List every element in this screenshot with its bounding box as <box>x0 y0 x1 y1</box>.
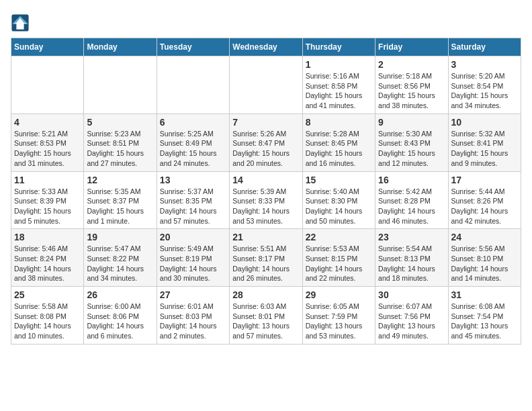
day-info: Sunrise: 5:56 AM Sunset: 8:10 PM Dayligh… <box>451 244 518 283</box>
calendar-cell: 6Sunrise: 5:25 AM Sunset: 8:49 PM Daylig… <box>157 113 229 171</box>
day-number: 1 <box>306 59 372 70</box>
calendar-cell: 13Sunrise: 5:37 AM Sunset: 8:35 PM Dayli… <box>157 171 229 229</box>
day-number: 26 <box>87 289 153 300</box>
calendar-cell: 14Sunrise: 5:39 AM Sunset: 8:33 PM Dayli… <box>230 171 302 229</box>
calendar-header: SundayMondayTuesdayWednesdayThursdayFrid… <box>11 38 521 56</box>
day-number: 30 <box>378 289 445 300</box>
day-info: Sunrise: 5:35 AM Sunset: 8:37 PM Dayligh… <box>87 187 153 226</box>
day-number: 29 <box>306 289 372 300</box>
weekday-header-saturday: Saturday <box>448 38 521 56</box>
calendar-cell: 15Sunrise: 5:40 AM Sunset: 8:30 PM Dayli… <box>302 171 375 229</box>
day-number: 10 <box>451 117 518 128</box>
calendar-cell: 4Sunrise: 5:21 AM Sunset: 8:53 PM Daylig… <box>11 113 84 171</box>
calendar-week-1: 1Sunrise: 5:16 AM Sunset: 8:58 PM Daylig… <box>11 56 521 114</box>
day-number: 22 <box>306 232 372 242</box>
calendar-cell <box>84 56 157 114</box>
day-info: Sunrise: 5:40 AM Sunset: 8:30 PM Dayligh… <box>306 187 372 226</box>
day-info: Sunrise: 5:47 AM Sunset: 8:22 PM Dayligh… <box>87 244 153 283</box>
day-info: Sunrise: 6:05 AM Sunset: 7:59 PM Dayligh… <box>306 302 372 341</box>
day-info: Sunrise: 5:25 AM Sunset: 8:49 PM Dayligh… <box>160 129 226 169</box>
logo-icon <box>11 13 30 32</box>
day-number: 9 <box>378 117 445 128</box>
calendar-week-4: 18Sunrise: 5:46 AM Sunset: 8:24 PM Dayli… <box>11 229 521 287</box>
day-info: Sunrise: 5:46 AM Sunset: 8:24 PM Dayligh… <box>14 244 81 283</box>
day-info: Sunrise: 5:53 AM Sunset: 8:15 PM Dayligh… <box>306 244 372 283</box>
weekday-header-sunday: Sunday <box>11 38 84 56</box>
weekday-header-thursday: Thursday <box>302 38 375 56</box>
day-info: Sunrise: 5:26 AM Sunset: 8:47 PM Dayligh… <box>232 129 299 169</box>
day-number: 23 <box>378 232 445 242</box>
day-info: Sunrise: 5:33 AM Sunset: 8:39 PM Dayligh… <box>14 187 81 226</box>
calendar-body: 1Sunrise: 5:16 AM Sunset: 8:58 PM Daylig… <box>11 56 521 345</box>
day-number: 14 <box>232 175 299 185</box>
calendar-cell: 17Sunrise: 5:44 AM Sunset: 8:26 PM Dayli… <box>448 171 521 229</box>
day-number: 25 <box>14 289 81 300</box>
calendar-cell: 7Sunrise: 5:26 AM Sunset: 8:47 PM Daylig… <box>230 113 302 171</box>
day-number: 21 <box>232 232 299 242</box>
weekday-header-monday: Monday <box>84 38 157 56</box>
calendar-cell <box>11 56 84 114</box>
day-info: Sunrise: 5:23 AM Sunset: 8:51 PM Dayligh… <box>87 129 153 169</box>
calendar-cell <box>157 56 229 114</box>
day-number: 5 <box>87 117 153 128</box>
calendar-cell: 31Sunrise: 6:08 AM Sunset: 7:54 PM Dayli… <box>448 287 521 345</box>
day-info: Sunrise: 5:18 AM Sunset: 8:56 PM Dayligh… <box>378 71 445 111</box>
calendar-cell: 21Sunrise: 5:51 AM Sunset: 8:17 PM Dayli… <box>230 229 302 287</box>
day-number: 31 <box>451 289 518 300</box>
day-info: Sunrise: 5:32 AM Sunset: 8:41 PM Dayligh… <box>451 129 518 169</box>
day-number: 2 <box>378 59 445 70</box>
calendar-cell: 24Sunrise: 5:56 AM Sunset: 8:10 PM Dayli… <box>448 229 521 287</box>
day-info: Sunrise: 5:28 AM Sunset: 8:45 PM Dayligh… <box>306 129 372 169</box>
weekday-header-wednesday: Wednesday <box>230 38 302 56</box>
header <box>11 11 521 32</box>
day-number: 6 <box>160 117 226 128</box>
day-info: Sunrise: 5:51 AM Sunset: 8:17 PM Dayligh… <box>232 244 299 283</box>
calendar-cell: 29Sunrise: 6:05 AM Sunset: 7:59 PM Dayli… <box>302 287 375 345</box>
day-number: 18 <box>14 232 81 242</box>
calendar-cell: 23Sunrise: 5:54 AM Sunset: 8:13 PM Dayli… <box>375 229 448 287</box>
day-number: 12 <box>87 175 153 185</box>
day-info: Sunrise: 5:49 AM Sunset: 8:19 PM Dayligh… <box>160 244 226 283</box>
calendar-cell: 20Sunrise: 5:49 AM Sunset: 8:19 PM Dayli… <box>157 229 229 287</box>
day-number: 8 <box>306 117 372 128</box>
day-info: Sunrise: 5:37 AM Sunset: 8:35 PM Dayligh… <box>160 187 226 226</box>
weekday-header-tuesday: Tuesday <box>157 38 229 56</box>
calendar-cell: 28Sunrise: 6:03 AM Sunset: 8:01 PM Dayli… <box>230 287 302 345</box>
day-info: Sunrise: 5:39 AM Sunset: 8:33 PM Dayligh… <box>232 187 299 226</box>
day-number: 4 <box>14 117 81 128</box>
calendar-cell: 1Sunrise: 5:16 AM Sunset: 8:58 PM Daylig… <box>302 56 375 114</box>
day-number: 11 <box>14 175 81 185</box>
day-number: 17 <box>451 175 518 185</box>
day-number: 28 <box>232 289 299 300</box>
day-info: Sunrise: 6:01 AM Sunset: 8:03 PM Dayligh… <box>160 302 226 341</box>
calendar-cell: 8Sunrise: 5:28 AM Sunset: 8:45 PM Daylig… <box>302 113 375 171</box>
calendar-week-2: 4Sunrise: 5:21 AM Sunset: 8:53 PM Daylig… <box>11 113 521 171</box>
calendar-cell: 3Sunrise: 5:20 AM Sunset: 8:54 PM Daylig… <box>448 56 521 114</box>
calendar-cell: 30Sunrise: 6:07 AM Sunset: 7:56 PM Dayli… <box>375 287 448 345</box>
calendar-cell: 25Sunrise: 5:58 AM Sunset: 8:08 PM Dayli… <box>11 287 84 345</box>
day-info: Sunrise: 5:44 AM Sunset: 8:26 PM Dayligh… <box>451 187 518 226</box>
day-number: 16 <box>378 175 445 185</box>
day-number: 3 <box>451 59 518 70</box>
day-info: Sunrise: 5:30 AM Sunset: 8:43 PM Dayligh… <box>378 129 445 169</box>
calendar-cell: 16Sunrise: 5:42 AM Sunset: 8:28 PM Dayli… <box>375 171 448 229</box>
day-info: Sunrise: 6:07 AM Sunset: 7:56 PM Dayligh… <box>378 302 445 341</box>
day-info: Sunrise: 5:58 AM Sunset: 8:08 PM Dayligh… <box>14 302 81 341</box>
day-info: Sunrise: 6:00 AM Sunset: 8:06 PM Dayligh… <box>87 302 153 341</box>
calendar-week-5: 25Sunrise: 5:58 AM Sunset: 8:08 PM Dayli… <box>11 287 521 345</box>
calendar-cell: 9Sunrise: 5:30 AM Sunset: 8:43 PM Daylig… <box>375 113 448 171</box>
calendar-cell: 18Sunrise: 5:46 AM Sunset: 8:24 PM Dayli… <box>11 229 84 287</box>
calendar-week-3: 11Sunrise: 5:33 AM Sunset: 8:39 PM Dayli… <box>11 171 521 229</box>
day-number: 15 <box>306 175 372 185</box>
day-info: Sunrise: 5:20 AM Sunset: 8:54 PM Dayligh… <box>451 71 518 111</box>
day-number: 13 <box>160 175 226 185</box>
calendar-cell: 2Sunrise: 5:18 AM Sunset: 8:56 PM Daylig… <box>375 56 448 114</box>
calendar-cell: 26Sunrise: 6:00 AM Sunset: 8:06 PM Dayli… <box>84 287 157 345</box>
calendar-cell: 11Sunrise: 5:33 AM Sunset: 8:39 PM Dayli… <box>11 171 84 229</box>
logo <box>11 13 32 32</box>
calendar-cell: 22Sunrise: 5:53 AM Sunset: 8:15 PM Dayli… <box>302 229 375 287</box>
weekday-header-row: SundayMondayTuesdayWednesdayThursdayFrid… <box>11 38 521 56</box>
day-info: Sunrise: 6:08 AM Sunset: 7:54 PM Dayligh… <box>451 302 518 341</box>
day-info: Sunrise: 5:21 AM Sunset: 8:53 PM Dayligh… <box>14 129 81 169</box>
calendar-cell: 5Sunrise: 5:23 AM Sunset: 8:51 PM Daylig… <box>84 113 157 171</box>
